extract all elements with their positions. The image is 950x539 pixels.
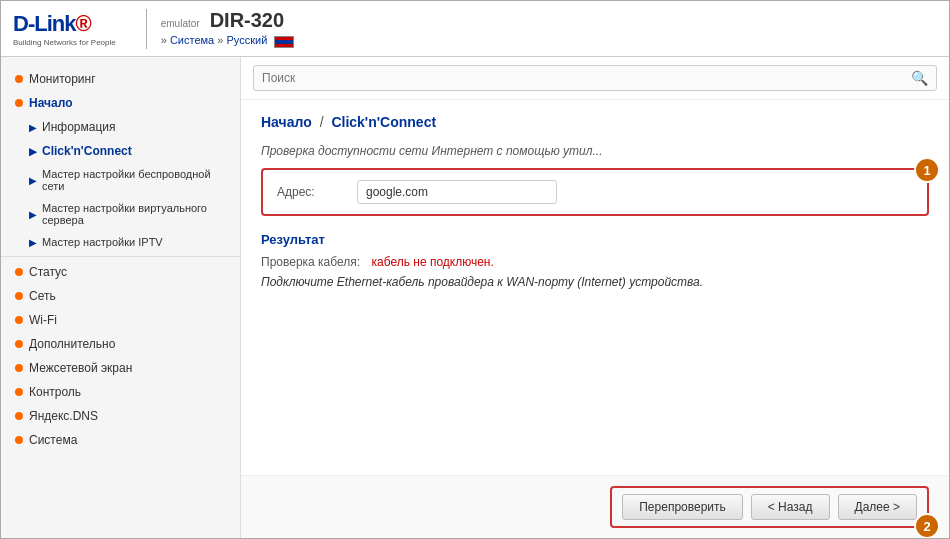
sidebar-item-home[interactable]: Начало (1, 91, 240, 115)
bullet-icon (15, 340, 23, 348)
nav-prefix: » (161, 34, 167, 46)
tagline: Building Networks for People (13, 38, 116, 47)
arrow-icon: ▶ (29, 146, 37, 157)
back-button[interactable]: < Назад (751, 494, 830, 520)
sidebar-label: Сеть (29, 289, 56, 303)
header: D-Link® Building Networks for People emu… (1, 1, 949, 57)
flag-icon (274, 36, 294, 48)
header-nav: » Система » Русский (161, 34, 295, 47)
sidebar-item-system[interactable]: Система (1, 428, 240, 452)
search-bar: 🔍 (241, 57, 949, 100)
arrow-icon: ▶ (29, 175, 37, 186)
bullet-icon (15, 292, 23, 300)
next-button[interactable]: Далее > (838, 494, 918, 520)
recheck-button[interactable]: Перепроверить (622, 494, 743, 520)
header-divider (146, 9, 147, 49)
sidebar-label: Мастер настройки беспроводной сети (42, 168, 226, 192)
sidebar-item-network[interactable]: Сеть (1, 284, 240, 308)
sidebar: Мониторинг Начало ▶ Информация ▶ Click'n… (1, 57, 241, 538)
sidebar-item-clicknconnect[interactable]: ▶ Click'n'Connect (1, 139, 240, 163)
search-wrapper[interactable]: 🔍 (253, 65, 937, 91)
sidebar-item-wifi[interactable]: Wi-Fi (1, 308, 240, 332)
bottom-area: Перепроверить < Назад Далее > 2 (241, 475, 949, 538)
content-area: 🔍 Начало / Click'n'Connect Проверка дост… (241, 57, 949, 538)
emulator-label: emulator (161, 18, 200, 29)
header-right: emulator DIR-320 » Система » Русский (161, 9, 295, 47)
sidebar-label: Яндекс.DNS (29, 409, 98, 423)
sidebar-item-iptv-wizard[interactable]: ▶ Мастер настройки IPTV (1, 231, 240, 253)
sidebar-item-status[interactable]: Статус (1, 260, 240, 284)
nav-system-link[interactable]: Система (170, 34, 214, 46)
breadcrumb-page: Click'n'Connect (331, 114, 436, 130)
buttons-wrapper: Перепроверить < Назад Далее > 2 (610, 486, 929, 528)
logo-reg: ® (75, 11, 90, 36)
arrow-icon: ▶ (29, 122, 37, 133)
sidebar-label: Мастер настройки IPTV (42, 236, 163, 248)
main-layout: Мониторинг Начало ▶ Информация ▶ Click'n… (1, 57, 949, 538)
sidebar-label: Информация (42, 120, 115, 134)
bullet-icon (15, 388, 23, 396)
bullet-icon (15, 75, 23, 83)
bullet-icon (15, 436, 23, 444)
sidebar-label: Межсетевой экран (29, 361, 132, 375)
sidebar-label: Мониторинг (29, 72, 96, 86)
sidebar-item-control[interactable]: Контроль (1, 380, 240, 404)
sidebar-label: Статус (29, 265, 67, 279)
sidebar-divider (1, 256, 240, 257)
result-title: Результат (261, 232, 929, 247)
sidebar-item-monitoring[interactable]: Мониторинг (1, 67, 240, 91)
content-inner: Начало / Click'n'Connect Проверка доступ… (241, 100, 949, 475)
arrow-icon: ▶ (29, 209, 37, 220)
bullet-icon (15, 316, 23, 324)
sidebar-label: Начало (29, 96, 72, 110)
logo: D-Link® (13, 11, 116, 37)
search-icon: 🔍 (911, 70, 928, 86)
bullet-icon (15, 412, 23, 420)
sidebar-label: Система (29, 433, 77, 447)
bullet-icon (15, 99, 23, 107)
arrow-icon: ▶ (29, 237, 37, 248)
bullet-icon (15, 268, 23, 276)
annotation-1: 1 (914, 157, 940, 183)
result-info: Подключите Ethernet-кабель провайдера к … (261, 275, 929, 289)
model-name: DIR-320 (210, 9, 284, 32)
breadcrumb-sep: / (320, 114, 324, 130)
annotation-2: 2 (914, 513, 940, 538)
bullet-icon (15, 364, 23, 372)
nav-lang-link[interactable]: Русский (226, 34, 267, 46)
sidebar-label: Wi-Fi (29, 313, 57, 327)
cable-label: Проверка кабеля: (261, 255, 360, 269)
sidebar-label: Дополнительно (29, 337, 115, 351)
breadcrumb: Начало / Click'n'Connect (261, 114, 929, 130)
address-label: Адрес: (277, 185, 337, 199)
sidebar-item-info[interactable]: ▶ Информация (1, 115, 240, 139)
sidebar-item-vserver-wizard[interactable]: ▶ Мастер настройки виртуального сервера (1, 197, 240, 231)
result-row-cable: Проверка кабеля: кабель не подключен. (261, 255, 929, 269)
address-input[interactable] (357, 180, 557, 204)
sidebar-item-wireless-wizard[interactable]: ▶ Мастер настройки беспроводной сети (1, 163, 240, 197)
sidebar-item-advanced[interactable]: Дополнительно (1, 332, 240, 356)
sidebar-label: Click'n'Connect (42, 144, 132, 158)
result-section: Результат Проверка кабеля: кабель не под… (261, 232, 929, 289)
cable-status: кабель не подключен. (371, 255, 493, 269)
section-title: Проверка доступности сети Интернет с пом… (261, 144, 929, 158)
sidebar-label: Контроль (29, 385, 81, 399)
logo-area: D-Link® Building Networks for People (13, 11, 116, 47)
breadcrumb-home[interactable]: Начало (261, 114, 312, 130)
search-input[interactable] (262, 71, 911, 85)
sidebar-item-firewall[interactable]: Межсетевой экран (1, 356, 240, 380)
sidebar-label: Мастер настройки виртуального сервера (42, 202, 226, 226)
nav-sep: » (217, 34, 223, 46)
sidebar-item-yandex-dns[interactable]: Яндекс.DNS (1, 404, 240, 428)
address-box: Адрес: 1 (261, 168, 929, 216)
